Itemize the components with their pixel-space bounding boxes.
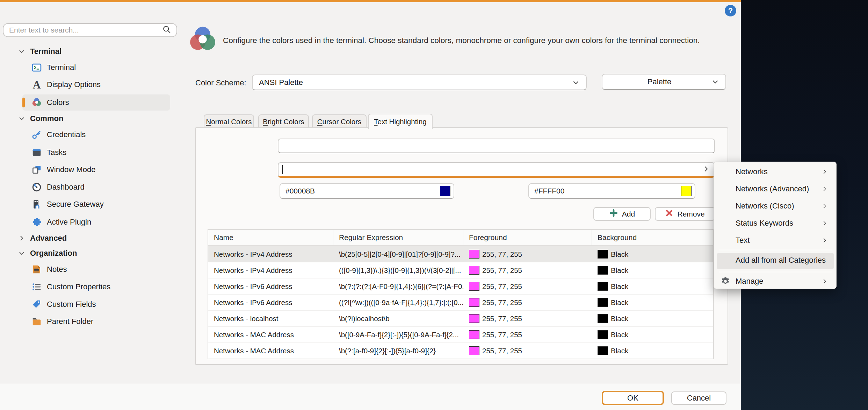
window-mode-icon (31, 164, 42, 175)
item-label: Tasks (47, 148, 66, 157)
folder-icon (31, 316, 42, 327)
table-row[interactable]: Networks - IPv6 Address \b(?:(?:(?:[A-F0… (208, 278, 713, 294)
menu-item-networks-advanced[interactable]: Networks (Advanced) (714, 180, 836, 197)
highlight-rules-table: Name Regular Expression Foreground Backg… (208, 229, 714, 359)
name-input[interactable] (279, 139, 714, 153)
sidebar-item-display-options[interactable]: A Display Options (0, 77, 178, 93)
chevron-down-icon (711, 77, 720, 86)
sidebar-search[interactable] (3, 23, 177, 37)
bg-swatch (598, 266, 608, 275)
background-value: #FFFF00 (529, 187, 681, 195)
sidebar-item-notes[interactable]: Notes (0, 261, 178, 277)
chevron-right-icon[interactable] (702, 164, 711, 175)
chevron-right-icon (821, 202, 829, 210)
chevron-right-icon (821, 236, 829, 244)
plugin-icon (31, 217, 42, 227)
secure-gateway-icon (31, 199, 42, 210)
section-label: Advanced (30, 234, 67, 243)
terminal-icon (31, 62, 42, 73)
colors-icon (31, 97, 42, 108)
item-label: Parent Folder (47, 317, 93, 326)
chevron-down-icon[interactable] (17, 47, 26, 56)
plus-icon (609, 208, 618, 219)
item-label: Active Plugin (47, 218, 91, 227)
menu-item-status-keywords[interactable]: Status Keywords (714, 214, 836, 232)
fg-swatch (469, 346, 479, 355)
sidebar-section-common[interactable]: Common (0, 111, 178, 127)
section-label: Organization (30, 249, 77, 258)
column-header-regex[interactable]: Regular Expression (333, 230, 463, 245)
dashboard-icon (31, 182, 42, 192)
bg-swatch (598, 314, 608, 323)
fg-swatch (469, 266, 479, 275)
menu-item-networks[interactable]: Networks (714, 163, 836, 180)
categories-context-menu: Networks Networks (Advanced) Networks (C… (714, 162, 837, 289)
sidebar-item-custom-fields[interactable]: Custom Fields (0, 296, 178, 312)
menu-item-add-all-categories[interactable]: Add all from all Categories (714, 252, 836, 268)
ok-button[interactable]: OK (602, 391, 664, 405)
table-row[interactable]: Networks - MAC Address \b(?:[a-f0-9]{2}[… (208, 342, 713, 359)
regex-field[interactable] (278, 162, 715, 178)
column-header-foreground[interactable]: Foreground (463, 230, 592, 245)
search-input[interactable] (9, 26, 162, 34)
fg-swatch (469, 298, 479, 307)
sidebar-item-secure-gateway[interactable]: Secure Gateway (0, 196, 178, 212)
menu-item-manage[interactable]: Manage (714, 273, 836, 289)
chevron-right-icon[interactable] (17, 234, 26, 242)
regex-input[interactable] (283, 163, 702, 176)
sidebar-item-tasks[interactable]: Tasks (0, 144, 178, 161)
search-icon[interactable] (162, 24, 172, 36)
palette-select[interactable]: Palette (602, 74, 726, 90)
background-swatch[interactable] (681, 186, 692, 196)
item-label: Dashboard (47, 183, 85, 192)
sidebar-item-dashboard[interactable]: Dashboard (0, 179, 178, 195)
tab-cursor-colors[interactable]: Cursor Colors (312, 114, 367, 128)
tasks-icon (31, 147, 42, 158)
bg-swatch (598, 298, 608, 307)
sidebar-item-parent-folder[interactable]: Parent Folder (0, 313, 178, 330)
notes-icon (31, 264, 42, 275)
foreground-swatch[interactable] (440, 186, 450, 196)
sidebar-section-terminal[interactable]: Terminal (0, 43, 178, 59)
chevron-down-icon[interactable] (17, 114, 26, 123)
table-row[interactable]: Networks - localhost \b(?i)localhost\b 2… (208, 310, 713, 326)
remove-button[interactable]: Remove (655, 207, 715, 221)
sidebar-item-terminal[interactable]: Terminal (0, 59, 178, 76)
sidebar-item-active-plugin[interactable]: Active Plugin (0, 214, 178, 230)
section-label: Terminal (30, 47, 62, 56)
sidebar-section-organization[interactable]: Organization (0, 245, 178, 261)
menu-item-text[interactable]: Text (714, 232, 836, 249)
chevron-right-icon (821, 277, 829, 285)
tab-text-highlighting[interactable]: Text Highlighting (368, 114, 433, 129)
table-row[interactable]: Networks - IPv6 Address ((?![^\w:])(([0-… (208, 294, 713, 310)
add-button[interactable]: Add (593, 207, 651, 221)
table-row[interactable]: Networks - IPv4 Address (([0-9]{1,3})\.)… (208, 262, 713, 278)
sidebar-section-advanced[interactable]: Advanced (0, 230, 178, 246)
tab-normal-colors[interactable]: Normal Colors (204, 114, 254, 128)
tag-icon (31, 299, 42, 310)
sidebar-item-custom-properties[interactable]: Custom Properties (0, 279, 178, 295)
sidebar-item-window-mode[interactable]: Window Mode (0, 162, 178, 178)
sidebar-item-colors[interactable]: Colors (0, 94, 178, 111)
color-scheme-select[interactable]: ANSI Palette (252, 75, 587, 90)
sidebar-item-credentials[interactable]: Credentials (0, 127, 178, 143)
item-label: Credentials (47, 130, 86, 139)
menu-item-networks-cisco[interactable]: Networks (Cisco) (714, 197, 836, 214)
tab-bright-colors[interactable]: Bright Colors (258, 114, 309, 128)
column-header-name[interactable]: Name (208, 230, 333, 245)
colors-page-icon (187, 24, 218, 57)
bg-swatch (598, 330, 608, 339)
chevron-right-icon (821, 185, 829, 193)
cancel-button[interactable]: Cancel (671, 391, 726, 405)
table-row[interactable]: Networks - IPv4 Address \b(25[0-5]|2[0-4… (208, 246, 713, 262)
help-icon[interactable]: ? (725, 5, 736, 16)
menu-separator (719, 250, 832, 250)
table-row[interactable]: Networks - MAC Address \b([0-9A-Fa-f]{2}… (208, 326, 713, 342)
name-field[interactable] (278, 139, 715, 153)
page-description: Configure the colors used in the termina… (223, 36, 700, 45)
background-field[interactable]: #FFFF00 (528, 183, 695, 199)
foreground-field[interactable]: #00008B (280, 183, 454, 199)
chevron-down-icon[interactable] (17, 249, 26, 257)
column-header-background[interactable]: Background (592, 230, 714, 245)
table-header: Name Regular Expression Foreground Backg… (208, 230, 713, 246)
